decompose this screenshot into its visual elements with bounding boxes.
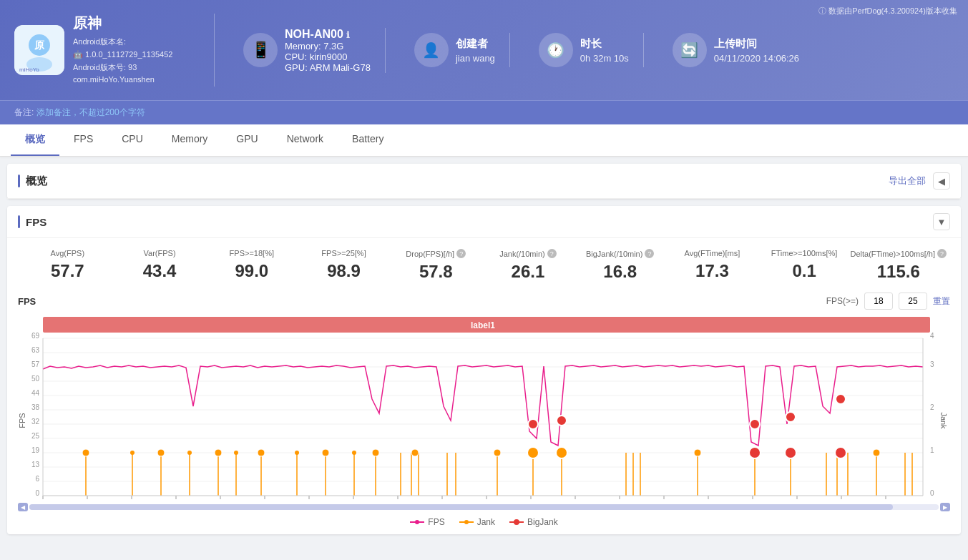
svg-text:2: 2 [930,403,934,411]
svg-point-80 [785,447,796,458]
svg-point-63 [411,449,419,456]
svg-text:0: 0 [35,489,39,497]
svg-point-138 [415,520,419,524]
chart-title: FPS [18,296,36,307]
svg-text:6: 6 [35,475,39,483]
svg-point-93 [836,394,846,404]
svg-point-53 [295,451,299,455]
overview-section-header: 概览 导出全部 ◀ [7,164,961,199]
fps-threshold-2[interactable] [899,293,927,310]
fps-stats-row: Avg(FPS) 57.7 Var(FPS) 43.4 FPS>=18[%] 9… [7,238,961,285]
svg-text:69: 69 [31,332,40,340]
stat-ftime100: FTime>=100ms[%] 0.1 [758,249,851,282]
tab-network[interactable]: Network [273,124,338,156]
scroll-right[interactable]: ▶ [940,503,950,511]
tab-cpu[interactable]: CPU [107,124,157,156]
svg-point-51 [258,449,265,456]
perfdog-info: ⓘ 数据由PerfDog(4.3.200924)版本收集 [818,6,957,16]
upload-info: 上传时间 04/11/2020 14:06:26 [714,37,799,64]
device-details: NOH-AN00 ℹ Memory: 7.3G CPU: kirin9000 G… [285,28,371,73]
stat-avg-fps: Avg(FPS) 57.7 [21,249,114,282]
delta-ftime-help[interactable]: ? [937,249,947,258]
fps-collapse-button[interactable]: ▼ [933,213,950,230]
svg-text:50: 50 [31,375,40,383]
creator-block: 👤 创建者 jian wang [400,33,510,67]
tab-fps[interactable]: FPS [59,124,107,156]
tab-overview[interactable]: 概览 [11,124,59,156]
tab-memory[interactable]: Memory [157,124,223,156]
fps-chart: label1 0 6 13 19 25 32 38 44 50 57 63 69… [18,313,950,499]
svg-text:3: 3 [930,360,934,368]
tab-gpu[interactable]: GPU [222,124,272,156]
chart-legend: FPS Jank BigJank [18,517,950,527]
svg-point-45 [187,451,192,455]
app-info: 原 miHoYo 原神 Android版本名: 🤖 1.0.0_1112729_… [14,14,215,86]
drop-fps-help[interactable]: ? [456,249,466,258]
svg-point-142 [514,519,519,525]
svg-text:44: 44 [31,389,40,397]
nav-tabs: 概览 FPS CPU Memory GPU Network Battery [0,124,968,157]
device-name: NOH-AN00 ℹ [285,28,371,41]
notes-bar: 备注: 添加备注，不超过200个字符 [0,100,968,124]
stat-delta-ftime: Delta(FTime)>100ms[/h] ? 115.6 [850,249,947,282]
svg-point-47 [215,449,222,456]
stat-fps18: FPS>=18[%] 99.0 [205,249,298,282]
fps-threshold-1[interactable] [864,293,893,310]
chart-header: FPS FPS(>=) 重置 [18,293,950,310]
duration-block: 🕐 时长 0h 32m 10s [524,33,644,67]
bigjank-help[interactable]: ? [645,249,654,258]
svg-point-90 [557,416,567,426]
stat-avg-ftime: Avg(FTime)[ms] 17.3 [666,249,758,282]
device-icon: 📱 [243,33,278,67]
export-button[interactable]: 导出全部 [889,175,926,187]
chart-scrollbar[interactable]: ◀ ▶ [18,503,950,511]
app-icon: 原 miHoYo [14,25,64,75]
svg-point-76 [694,449,701,456]
stat-fps25: FPS>=25[%] 98.9 [298,249,390,282]
jank-help[interactable]: ? [547,249,557,258]
fps-title: FPS [18,215,47,228]
overview-title: 概览 [18,175,47,188]
svg-text:Jank: Jank [939,412,948,429]
svg-point-86 [873,449,880,456]
stat-var-fps: Var(FPS) 43.4 [114,249,206,282]
svg-point-91 [750,419,760,429]
svg-text:0: 0 [930,489,934,497]
svg-point-55 [322,449,329,456]
tab-battery[interactable]: Battery [338,124,398,156]
upload-icon: 🔄 [673,33,707,67]
fps-legend-item: FPS [410,517,444,527]
collapse-button[interactable]: ◀ [933,172,950,190]
svg-text:1: 1 [930,446,934,454]
app-name: 原神 [73,14,172,33]
svg-point-140 [464,520,469,524]
svg-point-49 [234,451,238,455]
notes-link[interactable]: 添加备注，不超过200个字符 [36,107,145,117]
svg-point-89 [528,419,538,429]
svg-text:miHoYo: miHoYo [19,67,39,73]
stat-bigjank: BigJank(/10min) ? 16.8 [574,249,666,282]
svg-text:57: 57 [31,360,40,368]
svg-point-84 [835,447,846,458]
svg-text:38: 38 [31,403,40,411]
duration-icon: 🕐 [539,33,573,67]
svg-point-69 [527,447,539,458]
svg-point-59 [372,449,379,456]
svg-text:32: 32 [31,418,40,426]
reset-button[interactable]: 重置 [933,295,950,308]
svg-point-39 [82,449,89,456]
svg-text:25: 25 [31,432,40,440]
bigjank-legend-item: BigJank [509,517,558,527]
fps-chart-area: FPS FPS(>=) 重置 label1 0 6 13 19 25 [7,285,961,534]
svg-point-92 [786,412,796,422]
scroll-left[interactable]: ◀ [18,503,28,511]
upload-block: 🔄 上传时间 04/11/2020 14:06:26 [658,33,813,67]
svg-point-41 [130,451,135,455]
svg-point-43 [157,449,165,456]
svg-point-71 [556,447,567,458]
stat-jank: Jank(/10min) ? 26.1 [482,249,575,282]
svg-text:63: 63 [31,346,40,354]
svg-text:label1: label1 [471,320,495,330]
svg-text:13: 13 [31,461,40,468]
creator-info: 创建者 jian wang [456,37,495,64]
